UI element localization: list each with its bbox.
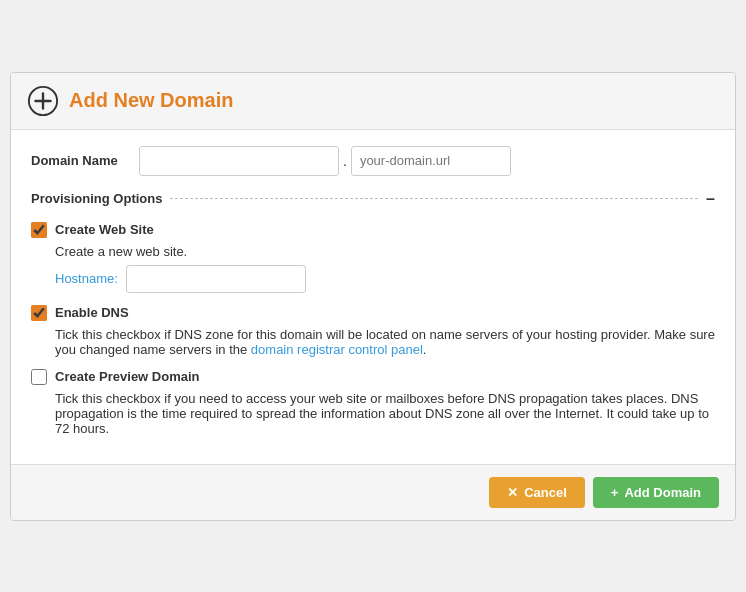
cancel-icon: ✕ bbox=[507, 485, 518, 500]
cancel-button[interactable]: ✕ Cancel bbox=[489, 477, 585, 508]
create-website-option: Create Web Site Create a new web site. H… bbox=[31, 222, 715, 293]
create-preview-content: Tick this checkbox if you need to access… bbox=[55, 391, 715, 436]
create-preview-description: Tick this checkbox if you need to access… bbox=[55, 391, 715, 436]
domain-name-row: Domain Name . bbox=[31, 146, 715, 176]
add-domain-label: Add Domain bbox=[624, 485, 701, 500]
add-icon: + bbox=[611, 485, 619, 500]
collapse-button[interactable]: – bbox=[706, 190, 715, 208]
hostname-input[interactable] bbox=[126, 265, 306, 293]
registrar-link[interactable]: domain registrar control panel bbox=[251, 342, 423, 357]
enable-dns-header: Enable DNS bbox=[31, 305, 715, 321]
create-website-label[interactable]: Create Web Site bbox=[55, 222, 154, 237]
create-website-content: Create a new web site. Hostname: bbox=[55, 244, 715, 293]
domain-inputs: . bbox=[139, 146, 511, 176]
enable-dns-option: Enable DNS Tick this checkbox if DNS zon… bbox=[31, 305, 715, 357]
domain-dot: . bbox=[343, 153, 347, 169]
add-new-domain-dialog: Add New Domain Domain Name . Provisionin… bbox=[10, 72, 736, 521]
create-website-header: Create Web Site bbox=[31, 222, 715, 238]
plus-circle-icon bbox=[27, 85, 59, 117]
hostname-label: Hostname: bbox=[55, 271, 118, 286]
create-preview-header: Create Preview Domain bbox=[31, 369, 715, 385]
domain-name-input[interactable] bbox=[139, 146, 339, 176]
dialog-title: Add New Domain bbox=[69, 89, 233, 112]
cancel-label: Cancel bbox=[524, 485, 567, 500]
dialog-body: Domain Name . Provisioning Options – Cre… bbox=[11, 130, 735, 464]
add-domain-button[interactable]: + Add Domain bbox=[593, 477, 719, 508]
domain-tld-input[interactable] bbox=[351, 146, 511, 176]
create-preview-label[interactable]: Create Preview Domain bbox=[55, 369, 200, 384]
enable-dns-checkbox[interactable] bbox=[31, 305, 47, 321]
provisioning-title: Provisioning Options bbox=[31, 191, 162, 206]
enable-dns-description: Tick this checkbox if DNS zone for this … bbox=[55, 327, 715, 357]
create-preview-checkbox[interactable] bbox=[31, 369, 47, 385]
dialog-footer: ✕ Cancel + Add Domain bbox=[11, 464, 735, 520]
provisioning-section-header: Provisioning Options – bbox=[31, 190, 715, 208]
domain-name-label: Domain Name bbox=[31, 153, 131, 168]
create-website-checkbox[interactable] bbox=[31, 222, 47, 238]
enable-dns-content: Tick this checkbox if DNS zone for this … bbox=[55, 327, 715, 357]
enable-dns-label[interactable]: Enable DNS bbox=[55, 305, 129, 320]
hostname-row: Hostname: bbox=[55, 265, 715, 293]
divider-line bbox=[170, 198, 698, 199]
create-website-description: Create a new web site. bbox=[55, 244, 715, 259]
create-preview-option: Create Preview Domain Tick this checkbox… bbox=[31, 369, 715, 436]
dialog-header: Add New Domain bbox=[11, 73, 735, 130]
